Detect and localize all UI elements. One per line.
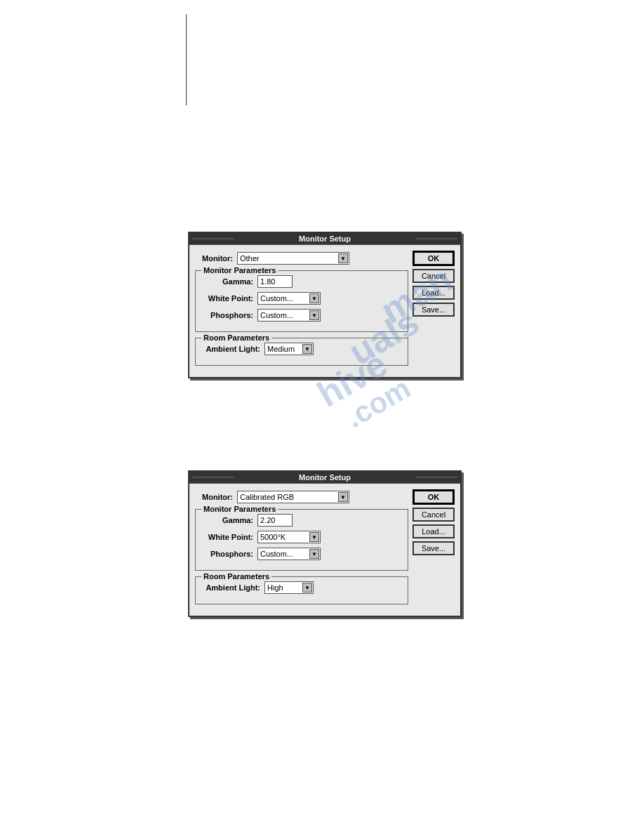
dialog-2-load-button[interactable]: Load... [412, 524, 455, 538]
dialog-1-phosphors-wrapper[interactable]: Custom... EBU SMPTE Trinitron ▼ [257, 309, 321, 322]
dialog-1-phosphors-label: Phosphors: [201, 311, 257, 319]
dialog-1-gamma-input[interactable] [257, 275, 293, 288]
dialog-1-room-legend: Room Parameters [201, 333, 271, 342]
dialog-1-monitor-select-wrapper[interactable]: Other Calibrated RGB ▼ [237, 252, 349, 265]
dialog-1-content: Monitor: Other Calibrated RGB ▼ Monitor … [189, 245, 460, 377]
dialog-2-content: Monitor: Other Calibrated RGB ▼ Monitor … [189, 484, 460, 616]
dialog-2-phosphors-label: Phosphors: [201, 550, 257, 558]
dialog-2-gamma-row: Gamma: [201, 514, 402, 527]
dialog-2: Monitor Setup Monitor: Other Calibrated … [188, 470, 462, 617]
dialog-2-whitepoint-row: White Point: Custom... 5000°K 6500°K 930… [201, 531, 402, 543]
dialog-1-titlebar: Monitor Setup [189, 233, 460, 245]
dialog-2-params-legend: Monitor Parameters [201, 505, 278, 513]
dialog-1-buttons: OK Cancel Load... Save... [412, 251, 455, 371]
dialog-2-monitor-select-wrapper[interactable]: Other Calibrated RGB ▼ [237, 491, 349, 503]
dialog-2-ambient-wrapper[interactable]: Low Medium High ▼ [264, 581, 314, 594]
dialog-2-titlebar: Monitor Setup [189, 472, 460, 484]
dialog-2-phosphors-wrapper[interactable]: Custom... EBU SMPTE Trinitron ▼ [257, 548, 321, 560]
dialog-2-ambient-label: Ambient Light: [201, 583, 264, 592]
dialog-1-whitepoint-label: White Point: [201, 294, 257, 303]
dialog-2-gamma-input[interactable] [257, 514, 293, 527]
dialog-1-ambient-row: Ambient Light: Low Medium High ▼ [201, 343, 402, 355]
dialog-2-ambient-row: Ambient Light: Low Medium High ▼ [201, 581, 402, 594]
dialog-1-monitor-row: Monitor: Other Calibrated RGB ▼ [195, 251, 408, 266]
dialog-1-save-button[interactable]: Save... [412, 303, 455, 317]
dialog-1: Monitor Setup Monitor: Other Calibrated … [188, 232, 462, 378]
dialog-1-ambient-label: Ambient Light: [201, 345, 264, 353]
dialog-2-whitepoint-label: White Point: [201, 533, 257, 541]
dialog-2-buttons: OK Cancel Load... Save... [412, 489, 455, 610]
dialog-1-whitepoint-row: White Point: Custom... 5000°K 6500°K 930… [201, 292, 402, 305]
dialog-2-monitor-label: Monitor: [195, 493, 237, 501]
dialog-2-gamma-label: Gamma: [201, 516, 257, 524]
dialog-2-whitepoint-select[interactable]: Custom... 5000°K 6500°K 9300°K [257, 531, 321, 543]
left-margin-line [186, 14, 187, 105]
dialog-2-save-button[interactable]: Save... [412, 541, 455, 555]
dialog-1-whitepoint-wrapper[interactable]: Custom... 5000°K 6500°K 9300°K ▼ [257, 292, 321, 305]
dialog-2-whitepoint-wrapper[interactable]: Custom... 5000°K 6500°K 9300°K ▼ [257, 531, 321, 543]
dialog-2-params-group: Monitor Parameters Gamma: White Point: C… [195, 509, 408, 571]
page: man uals hive .com Monitor Setup Monitor… [0, 0, 644, 834]
dialog-2-title: Monitor Setup [299, 473, 351, 482]
dialog-1-params-group: Monitor Parameters Gamma: White Point: C… [195, 270, 408, 332]
dialog-1-phosphors-select[interactable]: Custom... EBU SMPTE Trinitron [257, 309, 321, 322]
dialog-2-room-legend: Room Parameters [201, 572, 271, 581]
dialog-1-params-legend: Monitor Parameters [201, 266, 278, 274]
dialog-1-ok-button[interactable]: OK [412, 251, 455, 266]
dialog-1-phosphors-row: Phosphors: Custom... EBU SMPTE Trinitron… [201, 309, 402, 322]
dialog-1-monitor-select[interactable]: Other Calibrated RGB [237, 252, 349, 265]
dialog-1-main: Monitor: Other Calibrated RGB ▼ Monitor … [195, 251, 408, 371]
dialog-1-ambient-select[interactable]: Low Medium High [264, 343, 314, 355]
dialog-1-room-group: Room Parameters Ambient Light: Low Mediu… [195, 338, 408, 366]
dialog-1-monitor-label: Monitor: [195, 254, 237, 263]
dialog-2-cancel-button[interactable]: Cancel [412, 508, 455, 522]
dialog-2-monitor-select[interactable]: Other Calibrated RGB [237, 491, 349, 503]
dialog-2-main: Monitor: Other Calibrated RGB ▼ Monitor … [195, 489, 408, 610]
dialog-2-phosphors-row: Phosphors: Custom... EBU SMPTE Trinitron… [201, 548, 402, 560]
watermark-line4: .com [340, 371, 417, 435]
dialog-2-phosphors-select[interactable]: Custom... EBU SMPTE Trinitron [257, 548, 321, 560]
dialog-2-ambient-select[interactable]: Low Medium High [264, 581, 314, 594]
dialog-1-ambient-wrapper[interactable]: Low Medium High ▼ [264, 343, 314, 355]
dialog-2-room-group: Room Parameters Ambient Light: Low Mediu… [195, 576, 408, 604]
dialog-1-cancel-button[interactable]: Cancel [412, 269, 455, 283]
dialog-2-ok-button[interactable]: OK [412, 489, 455, 505]
dialog-1-whitepoint-select[interactable]: Custom... 5000°K 6500°K 9300°K [257, 292, 321, 305]
dialog-1-gamma-label: Gamma: [201, 277, 257, 286]
dialog-1-load-button[interactable]: Load... [412, 286, 455, 300]
dialog-1-gamma-row: Gamma: [201, 275, 402, 288]
dialog-1-title: Monitor Setup [299, 234, 351, 243]
dialog-2-monitor-row: Monitor: Other Calibrated RGB ▼ [195, 489, 408, 505]
